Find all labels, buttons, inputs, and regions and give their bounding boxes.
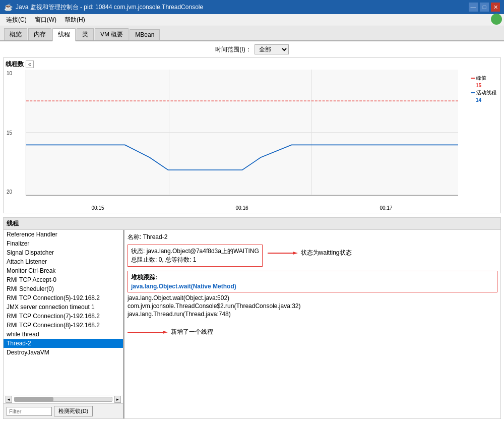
thread-section: 线程 Reference Handler Finalizer Signal Di… bbox=[3, 217, 501, 419]
scroll-right-btn[interactable]: ▸ bbox=[114, 396, 121, 403]
svg-marker-2 bbox=[293, 252, 298, 255]
x-label-0015: 00:15 bbox=[91, 205, 104, 211]
annotation-waiting-text: 状态为waitting状态 bbox=[301, 249, 352, 257]
thread-list: Reference Handler Finalizer Signal Dispa… bbox=[4, 230, 124, 395]
y-label-15: 15 bbox=[7, 130, 25, 136]
maximize-button[interactable]: □ bbox=[480, 3, 489, 12]
annotation-new-thread: 新增了一个线程 bbox=[128, 328, 497, 336]
chart-svg bbox=[26, 70, 458, 195]
chart-x-labels: 00:15 00:16 00:17 bbox=[26, 201, 458, 211]
thread-item-4[interactable]: Monitor Ctrl-Break bbox=[4, 266, 123, 275]
menu-window[interactable]: 窗口(W) bbox=[31, 15, 60, 25]
menu-bar: 连接(C) 窗口(W) 帮助(H) bbox=[0, 14, 504, 26]
thread-item-10[interactable]: RMI TCP Connection(8)-192.168.2 bbox=[4, 321, 123, 330]
chart-y-axis: 20 15 10 bbox=[6, 70, 26, 196]
thread-item-9[interactable]: RMI TCP Connection(7)-192.168.2 bbox=[4, 312, 123, 321]
legend-peak-line bbox=[471, 78, 475, 79]
tab-memory[interactable]: 内存 bbox=[28, 28, 51, 40]
legend-active-label: 活动线程 bbox=[476, 89, 496, 96]
thread-item-6[interactable]: RMI Scheduler(0) bbox=[4, 284, 123, 293]
chart-section: 线程数 « 20 15 10 bbox=[3, 57, 501, 213]
stacktrace-line-1: java.lang.Object.wait(Object.java:502) bbox=[128, 294, 497, 302]
scroll-track[interactable] bbox=[14, 397, 112, 402]
legend-active-line bbox=[471, 92, 475, 93]
stacktrace-line-3: java.lang.Thread.run(Thread.java:748) bbox=[128, 311, 497, 318]
time-range-bar: 时间范围(I)： 全部 1分钟 5分钟 10分钟 30分钟 1小时 bbox=[3, 44, 501, 54]
x-label-0017: 00:17 bbox=[380, 205, 392, 211]
thread-item-8[interactable]: JMX server connection timeout 1 bbox=[4, 303, 123, 312]
thread-item-13[interactable]: DestroyJavaVM bbox=[4, 348, 123, 357]
thread-item-1[interactable]: Finalizer bbox=[4, 239, 123, 248]
chart-collapse-btn[interactable]: « bbox=[26, 61, 34, 68]
tab-overview[interactable]: 概览 bbox=[4, 28, 27, 40]
scroll-left-btn[interactable]: ◂ bbox=[6, 396, 12, 403]
stacktrace-line-2: com.jvm.jconsole.ThreadConsole$2.run(Thr… bbox=[128, 303, 497, 310]
thread-item-7[interactable]: RMI TCP Connection(5)-192.168.2 bbox=[4, 293, 123, 303]
chart-plot bbox=[26, 70, 458, 196]
arrow-new-thread-svg bbox=[128, 329, 168, 335]
connection-status-icon bbox=[491, 14, 502, 25]
minimize-button[interactable]: — bbox=[469, 3, 478, 12]
tab-mbean[interactable]: MBean bbox=[130, 29, 160, 40]
title-bar-text: Java 监视和管理控制台 - pid: 10844 com.jvm.jcons… bbox=[16, 3, 203, 12]
time-range-label: 时间范围(I)： bbox=[215, 45, 251, 54]
chart-title: 线程数 bbox=[6, 60, 24, 69]
filter-input[interactable] bbox=[7, 407, 52, 416]
annotation-new-thread-area: 新增了一个线程 bbox=[128, 328, 497, 336]
chart-legend: 峰值 15 活动线程 14 bbox=[471, 75, 496, 104]
blocked-count: 总阻止数: 0, 总等待数: 1 bbox=[131, 256, 259, 264]
menu-connect[interactable]: 连接(C) bbox=[2, 15, 31, 25]
annotation-waiting: 状态为waitting状态 bbox=[268, 249, 352, 257]
close-button[interactable]: ✕ bbox=[491, 3, 500, 12]
thread-item-3[interactable]: Attach Listener bbox=[4, 257, 123, 266]
thread-section-header: 线程 bbox=[4, 218, 500, 230]
thread-detail: 名称: Thread-2 状态: java.lang.Object@7a4f8d… bbox=[124, 230, 500, 418]
stacktrace-title: 堆栈跟踪: bbox=[131, 273, 494, 282]
thread-item-2[interactable]: Signal Dispatcher bbox=[4, 248, 123, 257]
scroll-thumb bbox=[15, 397, 53, 401]
tab-vm[interactable]: VM 概要 bbox=[95, 28, 129, 40]
y-label-10: 10 bbox=[7, 71, 25, 76]
thread-item-11[interactable]: while thread bbox=[4, 330, 123, 339]
menu-help[interactable]: 帮助(H) bbox=[60, 15, 89, 25]
thread-list-footer: 检测死锁(D) bbox=[4, 403, 123, 418]
status-label: 状态: java.lang.Object@7a4f8d3a上的WAITING bbox=[131, 247, 259, 256]
thread-item-12[interactable]: Thread-2 bbox=[4, 339, 123, 348]
thread-item-5[interactable]: RMI TCP Accept-0 bbox=[4, 275, 123, 284]
thread-item-0[interactable]: Reference Handler bbox=[4, 230, 123, 239]
legend-peak-label: 峰值 bbox=[476, 75, 486, 82]
app-icon: ☕ bbox=[4, 3, 13, 11]
legend-peak-value: 15 bbox=[476, 83, 481, 88]
arrow-waiting-svg bbox=[268, 250, 298, 256]
legend-active-value: 14 bbox=[476, 97, 481, 103]
status-box: 状态: java.lang.Object@7a4f8d3a上的WAITING 总… bbox=[128, 245, 263, 267]
tab-bar: 概览 内存 线程 类 VM 概要 MBean bbox=[0, 26, 504, 41]
detect-deadlock-btn[interactable]: 检测死锁(D) bbox=[54, 406, 93, 416]
stacktrace-box: 堆栈跟踪: java.lang.Object.wait(Native Metho… bbox=[128, 271, 497, 292]
title-bar: ☕ Java 监视和管理控制台 - pid: 10844 com.jvm.jco… bbox=[0, 0, 504, 14]
thread-list-scrollbar[interactable]: ◂ ▸ bbox=[4, 395, 123, 403]
annotation-new-thread-text: 新增了一个线程 bbox=[171, 328, 213, 336]
thread-body: Reference Handler Finalizer Signal Dispa… bbox=[4, 230, 500, 418]
thread-name: 名称: Thread-2 bbox=[128, 233, 497, 242]
main-content: 时间范围(I)： 全部 1分钟 5分钟 10分钟 30分钟 1小时 线程数 « … bbox=[0, 41, 504, 422]
chart-area: 20 15 10 bbox=[6, 70, 498, 211]
y-label-20: 20 bbox=[7, 189, 25, 195]
time-range-select[interactable]: 全部 1分钟 5分钟 10分钟 30分钟 1小时 bbox=[255, 44, 289, 54]
tab-threads[interactable]: 线程 bbox=[52, 28, 76, 41]
tab-classes[interactable]: 类 bbox=[77, 28, 94, 40]
stacktrace-highlight: java.lang.Object.wait(Native Method) bbox=[131, 283, 494, 290]
svg-marker-4 bbox=[163, 331, 168, 334]
x-label-0016: 00:16 bbox=[235, 205, 248, 211]
